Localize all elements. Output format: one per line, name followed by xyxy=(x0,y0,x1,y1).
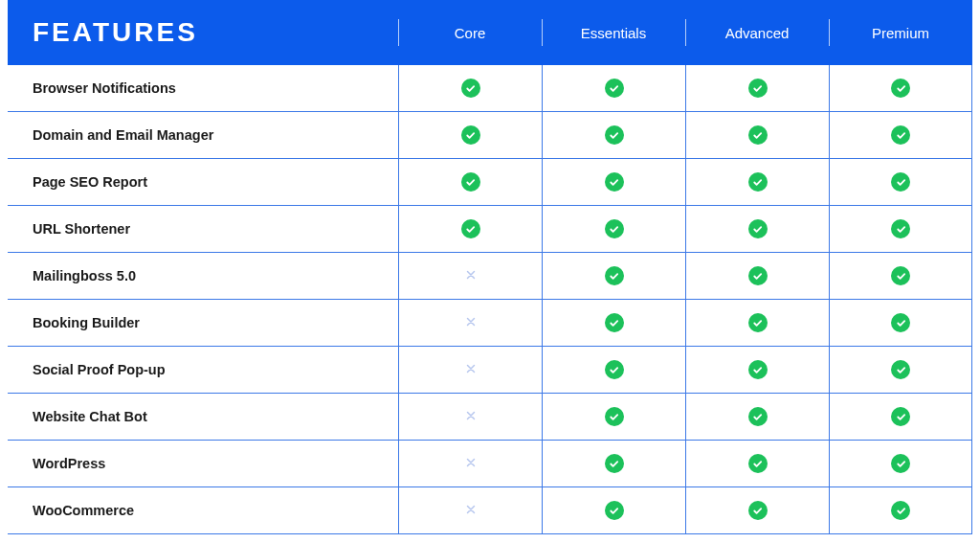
table-row: Booking Builder xyxy=(8,300,972,347)
feature-value xyxy=(685,206,829,253)
feature-name: Domain and Email Manager xyxy=(8,112,398,159)
check-icon xyxy=(891,219,910,238)
feature-value xyxy=(398,253,542,300)
check-icon xyxy=(461,219,480,238)
feature-value xyxy=(829,253,972,300)
feature-value xyxy=(542,441,685,487)
check-icon xyxy=(605,219,624,238)
check-icon xyxy=(605,360,624,379)
check-icon xyxy=(748,79,768,98)
cross-icon xyxy=(462,407,479,424)
check-icon xyxy=(605,125,624,145)
feature-value xyxy=(685,441,829,487)
check-icon xyxy=(748,125,768,145)
check-icon xyxy=(605,266,624,285)
table-row: Browser Notifications xyxy=(8,65,972,112)
feature-value xyxy=(829,159,972,206)
table-row: Website Chat Bot xyxy=(8,394,972,441)
features-tbody: Browser NotificationsDomain and Email Ma… xyxy=(8,65,972,534)
feature-name: WordPress xyxy=(8,441,398,487)
feature-value xyxy=(829,441,972,487)
table-row: WordPress xyxy=(8,441,972,487)
feature-value xyxy=(829,347,972,394)
check-icon xyxy=(461,79,480,98)
feature-value xyxy=(542,300,685,347)
check-icon xyxy=(748,360,768,379)
table-header-row: FEATURES Core Essentials Advanced Premiu… xyxy=(8,0,972,65)
feature-value xyxy=(542,159,685,206)
features-title: FEATURES xyxy=(8,0,398,65)
check-icon xyxy=(748,454,768,473)
feature-value xyxy=(542,347,685,394)
feature-value xyxy=(542,65,685,112)
check-icon xyxy=(748,407,768,426)
table-row: Social Proof Pop-up xyxy=(8,347,972,394)
plan-header-essentials: Essentials xyxy=(542,0,685,65)
check-icon xyxy=(461,172,480,192)
feature-value xyxy=(398,112,542,159)
feature-name: URL Shortener xyxy=(8,206,398,253)
check-icon xyxy=(891,501,910,520)
feature-name: Booking Builder xyxy=(8,300,398,347)
check-icon xyxy=(605,501,624,520)
cross-icon xyxy=(462,360,479,377)
feature-name: Website Chat Bot xyxy=(8,394,398,441)
feature-value xyxy=(398,159,542,206)
feature-value xyxy=(398,487,542,534)
check-icon xyxy=(891,125,910,145)
table-row: URL Shortener xyxy=(8,206,972,253)
table-row: Page SEO Report xyxy=(8,159,972,206)
check-icon xyxy=(891,454,910,473)
check-icon xyxy=(605,454,624,473)
feature-value xyxy=(685,347,829,394)
feature-name: Browser Notifications xyxy=(8,65,398,112)
feature-value xyxy=(542,112,685,159)
feature-value xyxy=(829,65,972,112)
feature-value xyxy=(398,65,542,112)
feature-value xyxy=(398,206,542,253)
feature-value xyxy=(398,347,542,394)
feature-value xyxy=(685,159,829,206)
feature-value xyxy=(829,300,972,347)
feature-value xyxy=(685,112,829,159)
check-icon xyxy=(891,313,910,332)
feature-value xyxy=(829,394,972,441)
feature-value xyxy=(685,394,829,441)
feature-name: WooCommerce xyxy=(8,487,398,534)
check-icon xyxy=(891,407,910,426)
table-row: WooCommerce xyxy=(8,487,972,534)
check-icon xyxy=(748,501,768,520)
features-comparison-table: FEATURES Core Essentials Advanced Premiu… xyxy=(8,0,972,534)
feature-value xyxy=(398,394,542,441)
cross-icon xyxy=(462,266,479,283)
check-icon xyxy=(605,172,624,192)
cross-icon xyxy=(462,313,479,330)
plan-header-advanced: Advanced xyxy=(685,0,829,65)
feature-value xyxy=(398,441,542,487)
check-icon xyxy=(891,172,910,192)
feature-value xyxy=(398,300,542,347)
check-icon xyxy=(461,125,480,145)
check-icon xyxy=(605,313,624,332)
feature-value xyxy=(829,206,972,253)
check-icon xyxy=(748,313,768,332)
feature-value xyxy=(685,65,829,112)
plan-header-premium: Premium xyxy=(829,0,972,65)
feature-name: Social Proof Pop-up xyxy=(8,347,398,394)
feature-value xyxy=(685,300,829,347)
check-icon xyxy=(605,407,624,426)
cross-icon xyxy=(462,454,479,471)
feature-value xyxy=(542,253,685,300)
feature-value xyxy=(542,394,685,441)
table-row: Mailingboss 5.0 xyxy=(8,253,972,300)
feature-value xyxy=(685,487,829,534)
plan-header-core: Core xyxy=(398,0,542,65)
feature-value xyxy=(685,253,829,300)
feature-name: Mailingboss 5.0 xyxy=(8,253,398,300)
check-icon xyxy=(748,266,768,285)
feature-name: Page SEO Report xyxy=(8,159,398,206)
feature-value xyxy=(542,487,685,534)
table-row: Domain and Email Manager xyxy=(8,112,972,159)
feature-value xyxy=(542,206,685,253)
feature-value xyxy=(829,112,972,159)
